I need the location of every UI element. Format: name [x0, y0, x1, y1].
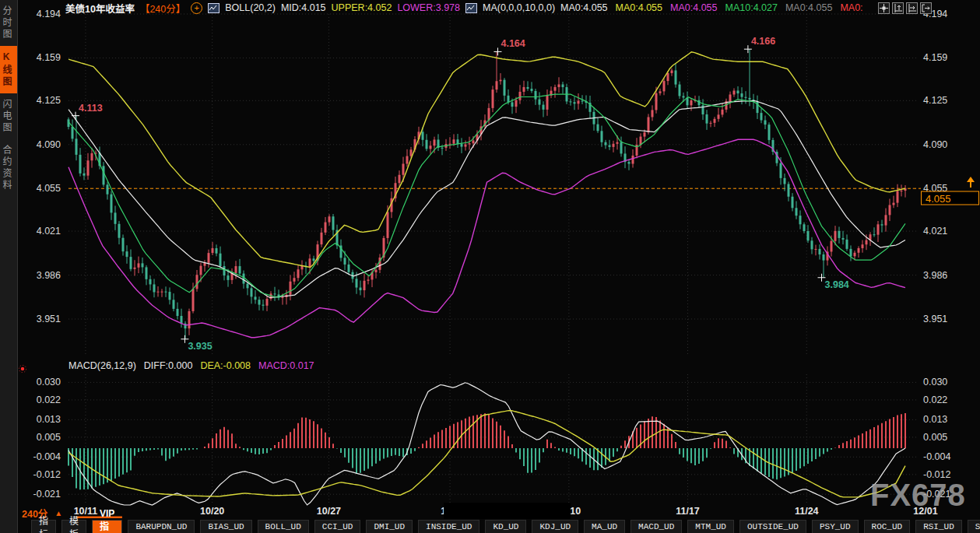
ma-chart-icon[interactable]: [465, 3, 477, 13]
watermark: FX678: [870, 478, 966, 513]
sidebar-tab-0[interactable]: 分时图: [0, 0, 17, 46]
svg-text:4.125: 4.125: [923, 95, 947, 106]
indicator-header: 美债10年收益率 【240分】 + BOLL(20,2) MID:4.015 U…: [17, 0, 980, 16]
svg-text:4.090: 4.090: [923, 139, 947, 150]
svg-text:4.090: 4.090: [37, 139, 61, 150]
macd-diff-line: [68, 383, 905, 505]
ma-value-5: MA0:: [840, 2, 862, 13]
chart-type-sidebar: 分时图K线图闪电图合约资料: [0, 0, 18, 533]
add-indicator-icon[interactable]: +: [191, 2, 202, 14]
svg-text:0.022: 0.022: [923, 394, 947, 405]
macd-histogram: [68, 413, 905, 489]
svg-text:10/20: 10/20: [200, 506, 224, 517]
redaction-patch: [444, 503, 571, 519]
x-axis-scale-icon[interactable]: [906, 2, 918, 14]
tab-barupdnud[interactable]: BARUPDN_UD: [128, 520, 195, 533]
macd-dea-value: DEA:-0.008: [200, 360, 251, 371]
svg-text:3.986: 3.986: [37, 270, 61, 281]
tab-insideud[interactable]: INSIDE_UD: [418, 520, 479, 533]
sidebar-tab-2[interactable]: 闪电图: [0, 93, 17, 139]
price-up-arrow-icon: [967, 177, 975, 182]
svg-text:3.935: 3.935: [188, 341, 212, 352]
svg-text:4.159: 4.159: [923, 52, 947, 63]
chart-application-window: 4.1944.1944.1594.1594.1254.1254.0904.090…: [0, 0, 980, 533]
up-triangle-icon: ▲: [54, 509, 62, 517]
tab-kdud[interactable]: KD_UD: [485, 520, 526, 533]
tab-vip[interactable]: VIP指标: [92, 520, 122, 533]
boll-chart-icon[interactable]: [208, 3, 220, 13]
svg-text:3.951: 3.951: [923, 314, 947, 324]
tab-rsiud[interactable]: RSI_UD: [915, 520, 962, 533]
tab-rocud[interactable]: ROC_UD: [864, 520, 911, 533]
svg-text:4.055: 4.055: [37, 183, 61, 194]
sidebar-tab-3[interactable]: 合约资料: [0, 139, 17, 197]
svg-text:3.984: 3.984: [825, 279, 849, 290]
ma-value-2: MA0:4.055: [670, 2, 717, 13]
svg-text:0.022: 0.022: [37, 394, 61, 405]
svg-text:3.986: 3.986: [923, 270, 947, 281]
svg-text:4.166: 4.166: [751, 36, 775, 47]
period-label: 【240分】: [140, 1, 185, 16]
macd-macd-value: MACD:0.017: [258, 360, 314, 371]
svg-text:4.021: 4.021: [37, 226, 61, 237]
svg-text:0.005: 0.005: [923, 432, 947, 443]
tab-maud[interactable]: MA_UD: [584, 520, 625, 533]
ma-value-3: MA10:4.027: [725, 2, 778, 13]
svg-text:0.013: 0.013: [37, 414, 61, 425]
boll-mid-line: [68, 100, 905, 297]
indicator-tab-bar: 指标模板VIP指标BARUPDN_UDBIAS_UDBOLL_UDCCI_UDD…: [31, 520, 980, 533]
tab-outsideud[interactable]: OUTSIDE_UD: [739, 520, 806, 533]
tab-biasud[interactable]: BIAS_UD: [200, 520, 251, 533]
boll-mid-value: MID:4.015: [281, 2, 326, 13]
ma-values: MA0:4.055MA0:4.055MA0:4.055MA10:4.027MA0…: [560, 2, 862, 13]
svg-text:0.030: 0.030: [923, 377, 947, 387]
y-axis-scale-icon[interactable]: [892, 2, 904, 14]
svg-text:4.113: 4.113: [79, 103, 103, 114]
svg-text:4.055: 4.055: [926, 193, 951, 205]
macd-dea-line: [68, 411, 905, 497]
tab-[interactable]: 指标: [31, 520, 56, 533]
svg-text:0.013: 0.013: [923, 414, 947, 425]
svg-text:3.951: 3.951: [37, 314, 61, 324]
candlestick-chart[interactable]: 4.1944.1944.1594.1594.1254.1254.0904.090…: [0, 0, 980, 533]
ma-value-0: MA0:4.055: [560, 2, 607, 13]
price-annotations: 4.1134.1644.1663.9353.984: [72, 36, 849, 352]
tab-[interactable]: 模板: [61, 520, 86, 533]
svg-text:4.125: 4.125: [37, 95, 61, 106]
tab-mtmud[interactable]: MTM_UD: [687, 520, 734, 533]
svg-text:10/27: 10/27: [317, 506, 341, 517]
candles: [68, 49, 907, 339]
chart-toolbar: [878, 2, 932, 14]
sidebar-tab-1[interactable]: K线图: [0, 46, 17, 93]
svg-text:-0.021: -0.021: [33, 489, 61, 500]
svg-text:0.030: 0.030: [37, 377, 61, 387]
tab-smaud[interactable]: SMA_UD: [968, 520, 980, 533]
tab-bollud[interactable]: BOLL_UD: [258, 520, 309, 533]
macd-diff-value: DIFF:0.000: [144, 360, 193, 371]
ma-value-1: MA0:4.055: [616, 2, 662, 13]
tab-macdud[interactable]: MACD_UD: [631, 520, 682, 533]
ma10-line: [68, 94, 905, 297]
tab-dmiud[interactable]: DMI_UD: [366, 520, 413, 533]
svg-text:-0.012: -0.012: [33, 469, 61, 480]
svg-text:4.164: 4.164: [501, 38, 525, 49]
tab-kdjud[interactable]: KDJ_UD: [532, 520, 578, 533]
tab-cciud[interactable]: CCI_UD: [314, 520, 361, 533]
svg-text:-0.004: -0.004: [33, 451, 61, 462]
move-icon[interactable]: [878, 2, 890, 14]
svg-text:-0.004: -0.004: [923, 451, 950, 462]
tab-psyud[interactable]: PSY_UD: [812, 520, 859, 533]
instrument-title: 美债10年收益率: [65, 1, 135, 16]
ma-name: MA(0,0,0,10,0,0): [483, 2, 555, 13]
boll-name: BOLL(20,2): [225, 2, 276, 13]
macd-header: MACD(26,12,9) DIFF:0.000 DEA:-0.008 MACD…: [68, 360, 314, 371]
svg-text:4.021: 4.021: [923, 226, 947, 237]
svg-text:11/17: 11/17: [676, 506, 700, 517]
pane-export-icon[interactable]: [920, 2, 932, 14]
macd-name: MACD(26,12,9): [68, 360, 136, 371]
svg-text:0.005: 0.005: [37, 432, 61, 443]
boll-lower-value: LOWER:3.978: [397, 2, 460, 13]
svg-text:4.159: 4.159: [37, 52, 61, 63]
boll-upper-value: UPPER:4.052: [332, 2, 392, 13]
svg-text:11/24: 11/24: [795, 506, 819, 517]
